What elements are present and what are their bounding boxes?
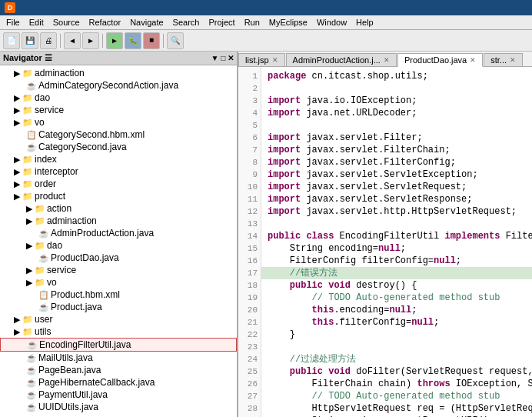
- tree-item-action[interactable]: ▶ 📁 action: [0, 202, 237, 215]
- icon-service2: ▶ 📁: [26, 265, 45, 275]
- tree-item-order[interactable]: ▶ 📁 order: [0, 178, 237, 190]
- label-admincat: AdminCategorySecondAction.java: [38, 80, 178, 91]
- tree-item-interceptor[interactable]: ▶ 📁 interceptor: [0, 165, 237, 178]
- toolbar-sep3: [163, 34, 164, 48]
- label-vo2: vo: [47, 277, 57, 288]
- tab-label-productdao: ProductDao.java: [404, 55, 467, 65]
- menu-item-navigate[interactable]: Navigate: [125, 16, 168, 28]
- title-bar: D: [0, 0, 532, 15]
- tree-item-utils[interactable]: ▶ 📁 utils: [0, 325, 237, 338]
- tab-close-list[interactable]: ✕: [272, 56, 278, 64]
- tree-item-adminprod[interactable]: ☕ AdminProductAction.java: [0, 227, 237, 239]
- icon-productjava: ☕: [38, 302, 49, 312]
- toolbar: 📄 💾 🖨 ◀ ▶ ▶ 🐛 ■ 🔍: [0, 30, 532, 52]
- tree-item-pagebean[interactable]: ☕ PageBean.java: [0, 364, 237, 376]
- label-service2: service: [47, 265, 76, 275]
- tree-item-encodingfilter[interactable]: ☕ EncodingFilterUtil.java: [0, 338, 237, 352]
- menu-item-run[interactable]: Run: [240, 16, 264, 28]
- icon-utils: ▶ 📁: [14, 327, 33, 337]
- tab-list[interactable]: list.jsp✕: [238, 53, 285, 66]
- label-vo: vo: [35, 117, 45, 128]
- tab-close-str[interactable]: ✕: [510, 56, 516, 64]
- toolbar-save[interactable]: 💾: [22, 32, 38, 49]
- menu-item-edit[interactable]: Edit: [25, 16, 48, 28]
- label-adminprod: AdminProductAction.java: [51, 228, 154, 239]
- tree-item-productjava[interactable]: ☕ Product.java: [0, 301, 237, 313]
- toolbar-stop[interactable]: ■: [143, 32, 160, 49]
- label-payment: PaymentUtil.java: [38, 389, 108, 400]
- toolbar-debug[interactable]: 🐛: [125, 32, 141, 49]
- tab-close-productdao[interactable]: ✕: [470, 56, 476, 64]
- menu-item-project[interactable]: Project: [204, 16, 239, 28]
- tree-item-uuid[interactable]: ☕ UUIDUtils.java: [0, 401, 237, 413]
- tree-item-dao2[interactable]: ▶ 📁 dao: [0, 239, 237, 252]
- menu-item-refactor[interactable]: Refactor: [85, 16, 126, 28]
- code-container: 1234567891011121314151617181920212223242…: [238, 67, 532, 417]
- label-productjava: Product.java: [51, 302, 102, 312]
- menu-item-file[interactable]: File: [2, 16, 25, 28]
- navigator-controls: ▼ □ ✕: [211, 54, 234, 62]
- label-pagebean: PageBean.java: [38, 365, 101, 375]
- label-adminaction2: adminaction: [47, 215, 97, 226]
- label-service: service: [35, 105, 64, 115]
- toolbar-run[interactable]: ▶: [106, 32, 123, 49]
- tree-item-service[interactable]: ▶ 📁 service: [0, 104, 237, 116]
- tree-item-mailutils[interactable]: ☕ MailUtils.java: [0, 352, 237, 364]
- icon-pagehib: ☕: [26, 378, 37, 388]
- tree-item-user[interactable]: ▶ 📁 user: [0, 313, 237, 325]
- tree-item-adminaction[interactable]: ▶ 📁 adminaction: [0, 67, 237, 79]
- line-numbers: 1234567891011121314151617181920212223242…: [238, 67, 261, 417]
- icon-payment: ☕: [26, 390, 37, 400]
- icon-vo2: ▶ 📁: [26, 278, 45, 288]
- menu-item-myeclipse[interactable]: MyEclipse: [264, 16, 312, 28]
- tree-item-producthbm[interactable]: 📋 Product.hbm.xml: [0, 289, 237, 301]
- menu-item-help[interactable]: Help: [351, 16, 378, 28]
- editor-area: list.jsp✕AdminProductAction.j...✕Product…: [238, 52, 532, 417]
- tree-item-adminaction2[interactable]: ▶ 📁 adminaction: [0, 215, 237, 227]
- nav-tree: ▶ 📁 adminaction ☕ AdminCategorySecondAct…: [0, 65, 237, 417]
- navigator-panel: Navigator ☰ ▼ □ ✕ ▶ 📁 adminaction ☕ Admi…: [0, 52, 238, 417]
- tree-item-productdao[interactable]: ☕ ProductDao.java: [0, 252, 237, 264]
- icon-product: ▶ 📁: [14, 192, 33, 202]
- tree-item-admincat[interactable]: ☕ AdminCategorySecondAction.java: [0, 79, 237, 92]
- toolbar-sep2: [102, 34, 103, 48]
- tab-productdao[interactable]: ProductDao.java✕: [397, 53, 483, 67]
- icon-service: ▶ 📁: [14, 105, 33, 115]
- code-content[interactable]: package cn.itcast.shop.utils; import jav…: [261, 67, 532, 417]
- tree-item-product[interactable]: ▶ 📁 product: [0, 190, 237, 202]
- label-interceptor: interceptor: [35, 166, 78, 177]
- tree-item-payment[interactable]: ☕ PaymentUtil.java: [0, 389, 237, 401]
- icon-catxml: 📋: [26, 130, 37, 140]
- tree-item-pagehib[interactable]: ☕ PageHibernateCallback.java: [0, 376, 237, 389]
- menu-item-window[interactable]: Window: [312, 16, 351, 28]
- label-user: user: [35, 314, 52, 325]
- tree-item-vo2[interactable]: ▶ 📁 vo: [0, 276, 237, 289]
- menu-item-source[interactable]: Source: [48, 16, 85, 28]
- icon-adminaction2: ▶ 📁: [26, 216, 45, 226]
- tab-str[interactable]: str...✕: [484, 53, 523, 66]
- icon-catjava: ☕: [26, 142, 37, 152]
- label-producthbm: Product.hbm.xml: [51, 289, 120, 300]
- icon-producthbm: 📋: [38, 290, 49, 300]
- tab-admin[interactable]: AdminProductAction.j...✕: [286, 53, 397, 66]
- tab-close-admin[interactable]: ✕: [384, 56, 390, 64]
- tree-item-index[interactable]: ▶ 📁 index: [0, 153, 237, 165]
- tree-item-vo[interactable]: ▶ 📁 vo: [0, 116, 237, 128]
- tree-item-catxml[interactable]: 📋 CategorySecond.hbm.xml: [0, 128, 237, 141]
- app-icon: D: [5, 2, 15, 13]
- toolbar-back[interactable]: ◀: [64, 32, 81, 49]
- tree-item-service2[interactable]: ▶ 📁 service: [0, 264, 237, 276]
- navigator-title: Navigator ☰: [3, 53, 52, 63]
- tree-item-catjava[interactable]: ☕ CategorySecond.java: [0, 141, 237, 153]
- icon-adminaction: ▶ 📁: [14, 68, 33, 78]
- menu-item-search[interactable]: Search: [168, 16, 204, 28]
- toolbar-print[interactable]: 🖨: [40, 32, 57, 49]
- toolbar-forward[interactable]: ▶: [82, 32, 99, 49]
- toolbar-search[interactable]: 🔍: [167, 32, 184, 49]
- icon-uuid: ☕: [26, 402, 37, 412]
- icon-pagebean: ☕: [26, 365, 37, 375]
- main-layout: Navigator ☰ ▼ □ ✕ ▶ 📁 adminaction ☕ Admi…: [0, 52, 532, 417]
- toolbar-new[interactable]: 📄: [3, 32, 20, 49]
- label-mailutils: MailUtils.java: [38, 352, 93, 363]
- tree-item-dao[interactable]: ▶ 📁 dao: [0, 92, 237, 104]
